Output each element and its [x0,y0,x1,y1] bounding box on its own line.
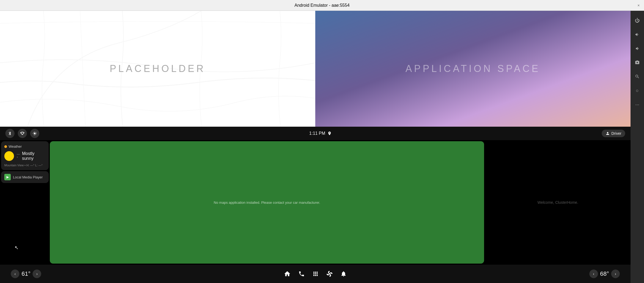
zoom-icon[interactable] [633,72,642,81]
power-icon[interactable]: ⏻ [633,16,642,25]
weather-description: Mostly sunny [22,151,46,161]
top-section: PLACEHOLDER APPLICATION SPACE [0,11,631,127]
brightness-icon[interactable] [30,129,39,138]
volume-up-icon[interactable] [633,30,642,39]
media-icon: ▶ [4,174,11,180]
nav-left-temp: ‹ 61° › [11,270,41,278]
volume-down-icon[interactable] [633,44,642,53]
app-space-label: APPLICATION SPACE [405,63,540,74]
nav-center [284,270,347,277]
close-button[interactable]: × [638,3,640,8]
weather-dot-icon [4,145,7,148]
status-left [5,129,39,138]
placeholder-label: PLACEHOLDER [110,63,205,74]
person-icon [606,131,610,136]
apps-nav-button[interactable] [312,271,319,277]
app-space-panel: APPLICATION SPACE [315,11,631,127]
wifi-icon[interactable] [18,129,27,138]
temp-decrease-left-button[interactable]: ‹ [11,270,19,278]
weather-header: Weather [4,144,46,149]
bottom-section: Weather —° Mostly sunny Moun [0,140,631,265]
driver-button[interactable]: Driver [602,130,625,137]
side-toolbar: ⏻ ○ ··· [631,11,644,283]
more-options-icon[interactable]: ··· [633,100,642,109]
status-bar: 1:11 PM Driver [0,127,631,140]
temp-increase-left-button[interactable]: › [33,270,41,278]
left-panel: Weather —° Mostly sunny Moun [0,140,50,265]
sun-icon [4,151,14,161]
weather-card[interactable]: Weather —° Mostly sunny Moun [1,141,49,170]
fan-nav-button[interactable] [326,271,333,277]
phone-nav-button[interactable] [298,271,305,277]
driver-label: Driver [611,131,621,136]
status-time: 1:11 PM [309,131,326,136]
media-card[interactable]: ▶ Local Media Player [1,171,49,183]
title-bar-text: Android Emulator - aae:5554 [295,3,350,8]
weather-title: Weather [9,144,22,149]
placeholder-panel: PLACEHOLDER [0,11,315,127]
right-temp: 68° [600,270,609,277]
weather-temp-prefix: —° [17,152,21,160]
bottom-nav: ‹ 61° › [0,265,631,283]
cursor-indicator: ↖ [15,245,19,250]
circle-icon[interactable]: ○ [633,86,642,95]
weather-location: Mountain View • H: —° L: —° [4,164,43,167]
title-bar: Android Emulator - aae:5554 × [0,0,644,11]
temp-increase-right-button[interactable]: › [611,270,620,278]
cluster-welcome-text: Welcome, ClusterHome. [537,200,578,205]
status-center: 1:11 PM [309,131,332,136]
location-icon [327,131,332,136]
nav-right-temp: ‹ 68° › [589,270,620,278]
emulator-screen: PLACEHOLDER APPLICATION SPACE [0,11,631,283]
cluster-panel: Welcome, ClusterHome. [485,140,631,265]
cursor-area: ↖ [1,184,49,264]
camera-icon[interactable] [633,58,642,67]
bluetooth-icon[interactable] [5,129,15,138]
media-title: Local Media Player [13,175,43,179]
weather-main: —° Mostly sunny [4,151,46,161]
notifications-nav-button[interactable] [340,271,347,277]
status-right: Driver [602,130,625,137]
home-nav-button[interactable] [284,270,291,277]
temp-decrease-right-button[interactable]: ‹ [589,270,598,278]
left-temp: 61° [22,270,30,277]
center-map: No maps application installed. Please co… [50,141,484,264]
emulator-area: ⏻ ○ ··· [0,11,644,283]
map-message: No maps application installed. Please co… [214,201,320,205]
